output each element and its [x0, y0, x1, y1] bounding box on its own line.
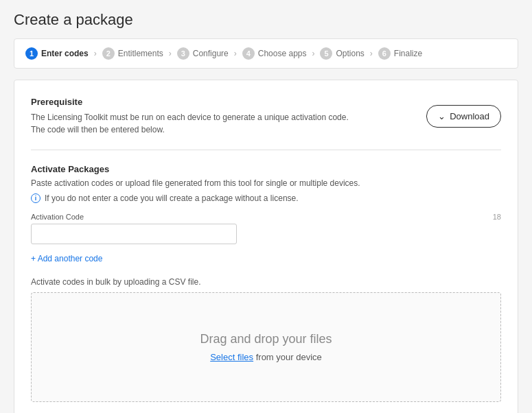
step-1[interactable]: 1 Enter codes	[25, 47, 89, 60]
chevron-down-icon: ⌄	[438, 111, 446, 121]
step-1-label: Enter codes	[41, 49, 89, 58]
step-2-label: Entitlements	[118, 49, 163, 58]
activate-packages-title: Activate Packages	[31, 164, 501, 174]
step-3[interactable]: 3 Configure	[177, 47, 229, 60]
step-1-number: 1	[25, 47, 38, 60]
prereq-text-block: Prerequisite The Licensing Toolkit must …	[31, 97, 360, 136]
prereq-desc: The Licensing Toolkit must be run on eac…	[31, 111, 360, 136]
step-arrow-3: ›	[234, 49, 237, 58]
step-2[interactable]: 2 Entitlements	[102, 47, 163, 60]
drop-zone-sub: Select files from your device	[210, 352, 322, 362]
step-6[interactable]: 6 Finalize	[378, 47, 422, 60]
step-5-label: Options	[336, 49, 364, 58]
step-3-label: Configure	[193, 49, 229, 58]
field-label-row: Activation Code 18	[31, 213, 501, 221]
step-arrow-5: ›	[370, 49, 373, 58]
activation-code-label: Activation Code	[31, 213, 84, 221]
activate-packages-section: Activate Packages Paste activation codes…	[31, 164, 501, 263]
step-arrow-1: ›	[94, 49, 97, 58]
csv-upload-section: Activate codes in bulk by uploading a CS…	[31, 277, 501, 402]
activation-code-input[interactable]	[31, 224, 237, 244]
step-4-label: Choose apps	[258, 49, 307, 58]
info-row: i If you do not enter a code you will cr…	[31, 193, 501, 203]
step-arrow-2: ›	[169, 49, 172, 58]
page-title: Create a package	[14, 11, 518, 29]
file-drop-zone[interactable]: Drag and drop your files Select files fr…	[31, 292, 501, 402]
add-another-code-link[interactable]: + Add another code	[31, 254, 102, 263]
info-text: If you do not enter a code you will crea…	[45, 193, 299, 203]
download-button-label: Download	[450, 111, 489, 121]
drop-zone-sub-after: from your device	[253, 352, 322, 362]
activation-code-field-wrapper: Activation Code 18	[31, 213, 501, 244]
prereq-title: Prerequisite	[31, 97, 360, 107]
select-files-link[interactable]: Select files	[210, 352, 253, 362]
step-2-number: 2	[102, 47, 115, 60]
prerequisite-section: Prerequisite The Licensing Toolkit must …	[31, 97, 501, 150]
main-content: Prerequisite The Licensing Toolkit must …	[14, 80, 518, 413]
step-3-number: 3	[177, 47, 189, 60]
activate-packages-desc: Paste activation codes or upload file ge…	[31, 178, 501, 188]
download-button[interactable]: ⌄ Download	[426, 105, 501, 128]
step-4-number: 4	[242, 47, 255, 60]
activation-code-counter: 18	[493, 213, 501, 221]
step-5-number: 5	[320, 47, 332, 60]
csv-label: Activate codes in bulk by uploading a CS…	[31, 277, 501, 287]
steps-bar: 1 Enter codes › 2 Entitlements › 3 Confi…	[14, 38, 518, 69]
step-6-number: 6	[378, 47, 391, 60]
info-icon: i	[31, 193, 41, 203]
drop-zone-main-text: Drag and drop your files	[200, 332, 332, 346]
step-arrow-4: ›	[312, 49, 314, 58]
step-5[interactable]: 5 Options	[320, 47, 364, 60]
step-4[interactable]: 4 Choose apps	[242, 47, 307, 60]
step-6-label: Finalize	[394, 49, 422, 58]
